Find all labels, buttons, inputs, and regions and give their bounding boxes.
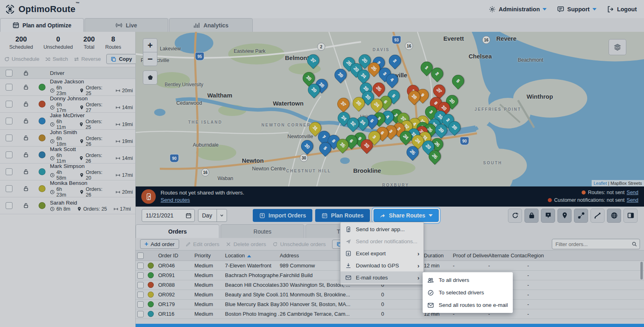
order-checkbox[interactable] — [137, 272, 144, 279]
column-header[interactable]: Priority — [194, 252, 225, 259]
lock-button[interactable] — [524, 209, 539, 223]
tab-routes[interactable]: Routes — [221, 224, 304, 238]
driver-row[interactable]: Mark Simpson 4h 58m Orders: 20 17mi — [0, 164, 135, 180]
driver-row[interactable]: Jake McDriver 6h 11m Orders: 25 19mi — [0, 113, 135, 130]
driver-row[interactable]: Dave Jackson 6h 23m Orders: 25 20mi — [0, 79, 135, 96]
order-row[interactable]: OR179 Medium Blue Mercury Back Bay 300 H… — [136, 300, 644, 309]
lock-icon[interactable] — [18, 203, 34, 209]
column-header[interactable]: Duration — [424, 252, 453, 259]
map[interactable]: EverettRevereChelseaWinthropWalthamWater… — [136, 32, 644, 186]
date-input[interactable] — [145, 212, 180, 219]
nav-logout[interactable]: Logout — [607, 6, 637, 13]
column-header[interactable]: Proof of Delivery — [453, 252, 488, 259]
driver-checkbox[interactable] — [6, 118, 12, 124]
column-header[interactable]: Order ID — [158, 252, 194, 259]
column-header[interactable]: Location — [225, 252, 280, 259]
order-checkbox[interactable] — [137, 263, 144, 269]
date-picker[interactable] — [142, 209, 195, 222]
driver-checkbox[interactable] — [6, 202, 12, 209]
driver-row[interactable]: Mark Scott 6h 11m Orders: 26 14mi — [0, 147, 135, 164]
order-row[interactable]: OR092 Medium Beauty and Style Cooli... 1… — [136, 290, 644, 300]
gear-icon — [489, 6, 496, 13]
plan-routes-button[interactable]: Plan Routes — [315, 209, 370, 222]
menu-item-download-to-gps[interactable]: Download to GPS› — [341, 259, 423, 271]
copy-button[interactable]: Copy — [106, 54, 136, 64]
order-row[interactable]: OR116 Medium Boston Photo Imaging ... 26… — [136, 309, 644, 319]
driver-row[interactable]: John Smith 6h 18m Orders: 26 19mi — [0, 130, 135, 147]
leaflet-link[interactable]: Leaflet — [594, 181, 607, 186]
panel-toggle-button[interactable] — [623, 209, 638, 223]
switch-button[interactable]: Switch — [45, 56, 68, 62]
send-routes-link[interactable]: Send routes — [161, 197, 190, 203]
lock-icon[interactable] — [18, 169, 34, 175]
driver-checkbox[interactable] — [6, 151, 12, 158]
reverse-button[interactable]: Reverse — [74, 56, 101, 62]
map-layers-button[interactable] — [609, 39, 626, 55]
add-order-button[interactable]: + Add order — [140, 239, 179, 249]
tab-analytics[interactable]: Analytics — [169, 18, 253, 32]
filter-input[interactable] — [555, 241, 632, 248]
submenu-item-send-all-routes-to-one-e-mail[interactable]: Send all routes to one e-mail — [423, 299, 513, 311]
polygon-select-button[interactable] — [143, 70, 157, 85]
chevron-down-icon — [429, 214, 433, 217]
refresh-button[interactable] — [508, 209, 522, 223]
lock-icon[interactable] — [18, 152, 34, 158]
zoom-in-button[interactable]: + — [143, 39, 157, 52]
submenu-arrow-icon: › — [417, 262, 419, 269]
tab-orders[interactable]: Orders — [136, 224, 219, 238]
column-header[interactable]: Alternate Contact — [488, 252, 527, 259]
order-checkbox[interactable] — [137, 301, 144, 308]
map-pin-icon — [561, 212, 568, 219]
driver-checkbox[interactable] — [6, 168, 12, 175]
driver-checkbox[interactable] — [6, 101, 12, 108]
route-path-button[interactable] — [590, 209, 605, 223]
import-orders-button[interactable]: Import Orders — [253, 209, 312, 222]
send-link[interactable]: Send — [627, 197, 638, 203]
bottom-scroll-strip[interactable] — [136, 324, 644, 327]
zoom-out-button[interactable]: − — [143, 52, 157, 66]
lock-icon[interactable] — [18, 186, 34, 192]
edit-orders-button[interactable]: Edit orders — [186, 241, 219, 247]
driver-checkbox[interactable] — [6, 84, 12, 91]
delete-orders-button[interactable]: Delete orders — [226, 241, 266, 247]
menu-item-excel-export[interactable]: Excel export› — [341, 247, 423, 259]
unschedule-button[interactable]: Unschedule — [4, 56, 39, 62]
submenu-item-to-selected-drivers[interactable]: To selected drivers — [423, 286, 513, 299]
route-color-dot — [39, 151, 45, 158]
driver-row[interactable]: Sarah Reid 6h 8m Orders: 25 17mi — [0, 197, 135, 214]
tab-plan-and-optimize[interactable]: Plan and Optimize — [0, 18, 84, 32]
route-stops-button[interactable] — [574, 209, 588, 223]
driver-checkbox[interactable] — [6, 185, 12, 192]
lock-icon[interactable] — [18, 101, 34, 107]
order-checkbox[interactable] — [137, 311, 144, 317]
poi-marker-button[interactable] — [541, 209, 555, 223]
share-routes-button[interactable]: Share Routes — [374, 209, 438, 222]
lock-icon[interactable] — [18, 84, 34, 90]
order-checkbox[interactable] — [137, 292, 144, 298]
map-attribution: Leaflet | MapBox Streets — [592, 180, 644, 186]
driver-row[interactable]: Donny Johnson 6h 17m Orders: 27 14mi — [0, 96, 135, 113]
select-all-checkbox[interactable] — [6, 70, 12, 77]
select-all-orders-checkbox[interactable] — [137, 252, 144, 259]
nav-administration[interactable]: Administration — [489, 6, 547, 13]
lock-icon[interactable] — [18, 118, 34, 124]
driver-checkbox[interactable] — [6, 135, 12, 141]
nav-support[interactable]: Support — [557, 6, 597, 13]
table-scrollbar[interactable] — [640, 262, 643, 279]
globe-button[interactable] — [607, 209, 621, 223]
send-link[interactable]: Send — [627, 190, 638, 195]
menu-item-e-mail-routes[interactable]: E-mail routes› — [341, 271, 423, 284]
driver-row[interactable]: Monika Benson 6h 23m Orders: 26 20mi — [0, 180, 135, 197]
filter-orders-input[interactable] — [552, 239, 640, 249]
distance-icon — [114, 207, 118, 211]
tab-live[interactable]: Live — [85, 18, 168, 32]
submenu-item-to-all-drivers[interactable]: To all drivers — [423, 274, 513, 286]
period-select[interactable]: Day — [198, 209, 227, 222]
column-header[interactable]: Region — [527, 252, 644, 259]
lock-icon[interactable] — [18, 135, 34, 141]
map-pin-button[interactable] — [557, 209, 572, 223]
menu-item-send-order-notifications[interactable]: Send order notifications... — [341, 235, 423, 247]
menu-item-send-to-driver-app[interactable]: Send to driver app... — [341, 223, 423, 235]
unschedule-orders-button[interactable]: Unschedule orders — [272, 241, 326, 247]
order-checkbox[interactable] — [137, 282, 144, 288]
